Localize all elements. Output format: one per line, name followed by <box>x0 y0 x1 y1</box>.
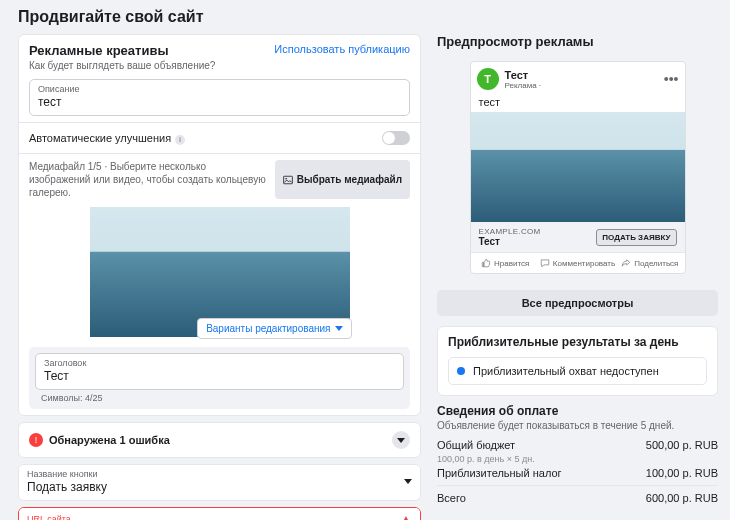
description-input[interactable]: Описание тест <box>29 79 410 116</box>
auto-improve-label: Автоматические улучшения <box>29 132 171 144</box>
comment-button[interactable]: Комментировать <box>540 253 615 273</box>
url-input[interactable]: URL сайта ▲ <box>18 507 421 520</box>
chevron-down-icon <box>335 326 343 331</box>
payment-title: Сведения об оплате <box>437 404 718 418</box>
payment-subtitle: Объявление будет показываться в течение … <box>437 420 718 431</box>
estimates-reach-text: Приблизительный охват недоступен <box>473 365 659 377</box>
media-thumbnail[interactable]: Варианты редактирования <box>90 207 350 337</box>
preview-sponsor: Реклама · <box>505 81 542 90</box>
headline-label: Заголовок <box>44 358 395 368</box>
edit-options-button[interactable]: Варианты редактирования <box>197 318 351 339</box>
media-counter-text: Медиафайл 1/5 · Выберите несколько изобр… <box>29 160 267 199</box>
tax-label: Приблизительный налог <box>437 467 562 479</box>
error-text: Обнаружена 1 ошибка <box>49 434 170 446</box>
budget-value: 500,00 р. RUB <box>646 439 718 451</box>
tax-value: 100,00 р. RUB <box>646 467 718 479</box>
info-dot-icon <box>457 367 465 375</box>
creatives-subtitle: Как будет выглядеть ваше объявление? <box>29 60 215 71</box>
preview-title: Предпросмотр рекламы <box>437 34 718 49</box>
preview-cta-button[interactable]: ПОДАТЬ ЗАЯВКУ <box>596 229 676 246</box>
preview-body: тест <box>471 96 685 112</box>
button-name-label: Название кнопки <box>27 469 107 479</box>
preview-image <box>471 112 685 222</box>
headline-counter: Символы: 4/25 <box>41 393 404 403</box>
use-post-link[interactable]: Использовать публикацию <box>274 43 410 55</box>
like-button[interactable]: Нравится <box>471 253 540 273</box>
info-icon[interactable]: i <box>175 135 185 145</box>
total-label: Всего <box>437 492 466 504</box>
payment-section: Сведения об оплате Объявление будет пока… <box>437 404 718 507</box>
svg-rect-0 <box>283 176 292 184</box>
all-previews-button[interactable]: Все предпросмотры <box>437 290 718 316</box>
preview-page-name: Тест <box>505 69 542 81</box>
headline-value: Тест <box>44 369 395 383</box>
avatar: T <box>477 68 499 90</box>
estimates-card: Приблизительные результаты за день Прибл… <box>437 326 718 396</box>
error-icon: ! <box>29 433 43 447</box>
share-icon <box>621 258 631 268</box>
warning-icon: ▲ <box>400 512 412 520</box>
chevron-down-icon[interactable] <box>392 431 410 449</box>
image-icon <box>283 175 293 185</box>
button-name-value: Подать заявку <box>27 480 107 494</box>
like-icon <box>481 258 491 268</box>
ad-preview-card: T Тест Реклама · ••• тест EXAMPLE.COM Те… <box>470 61 686 274</box>
preview-domain: EXAMPLE.COM <box>479 227 541 236</box>
estimates-title: Приблизительные результаты за день <box>438 327 717 353</box>
preview-headline: Тест <box>479 236 541 247</box>
auto-improve-toggle[interactable] <box>382 131 410 145</box>
headline-input[interactable]: Заголовок Тест <box>35 353 404 390</box>
preview-panel: T Тест Реклама · ••• тест EXAMPLE.COM Те… <box>437 55 718 280</box>
chevron-down-icon <box>404 479 412 484</box>
share-button[interactable]: Поделиться <box>615 253 684 273</box>
url-label: URL сайта <box>27 514 71 520</box>
budget-label: Общий бюджет <box>437 439 515 451</box>
button-name-select[interactable]: Название кнопки Подать заявку <box>18 464 421 501</box>
page-title: Продвигайте свой сайт <box>18 8 718 26</box>
comment-icon <box>540 258 550 268</box>
creatives-title: Рекламные креативы <box>29 43 215 58</box>
budget-sub: 100,00 р. в день × 5 дн. <box>437 454 535 464</box>
total-value: 600,00 р. RUB <box>646 492 718 504</box>
auto-improve-row: Автоматические улучшенияi <box>19 122 420 153</box>
pick-media-button[interactable]: Выбрать медиафайл <box>275 160 410 199</box>
description-value: тест <box>38 95 401 109</box>
description-label: Описание <box>38 84 401 94</box>
svg-point-1 <box>285 177 287 179</box>
error-banner[interactable]: ! Обнаружена 1 ошибка <box>18 422 421 458</box>
creatives-card: Рекламные креативы Как будет выглядеть в… <box>18 34 421 416</box>
more-icon[interactable]: ••• <box>664 75 679 83</box>
